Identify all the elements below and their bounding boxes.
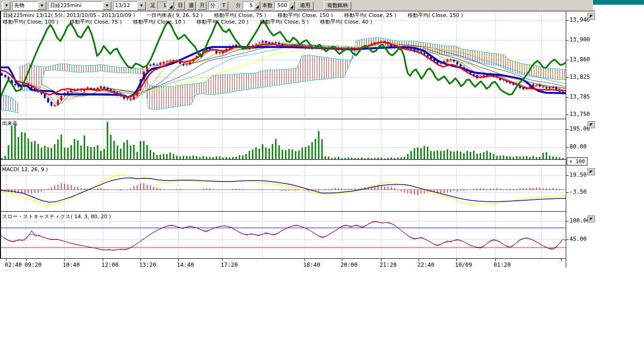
category-dropdown[interactable]: 先物 ▼: [12, 1, 46, 10]
spin-icon[interactable]: [254, 1, 260, 10]
price-axis-label: 13,900: [570, 36, 590, 43]
minute-value[interactable]: 5: [243, 1, 254, 10]
macd-axis-label: -3.50: [570, 189, 586, 195]
bar-interval-spinner[interactable]: 1: [157, 1, 174, 10]
chevron-down-icon[interactable]: ▼: [137, 1, 146, 10]
time-axis-label: 13:20: [139, 262, 156, 268]
period-day-button[interactable]: 日: [176, 1, 185, 10]
volume-axis-label: 195.00: [570, 125, 590, 132]
volume-pane-title: 出来高: [2, 120, 17, 127]
time-axis-label: 12:00: [101, 262, 118, 268]
time-axis-label: 10:40: [63, 262, 80, 268]
minute-spinner[interactable]: 5: [243, 1, 260, 10]
price-axis-label: 13,940: [570, 16, 590, 23]
contract-month-dropdown[interactable]: 13/12 ▼: [113, 1, 146, 10]
time-axis-label: 10/09: [455, 262, 472, 268]
pane-scroll-button[interactable]: ◤: [587, 13, 595, 20]
chevron-down-icon[interactable]: ▼: [38, 1, 46, 10]
stoch-axis-label: 100.00: [570, 217, 590, 224]
price-axis-label: 13,785: [570, 93, 590, 100]
symbol-dropdown[interactable]: 日経225mini ▼: [48, 1, 111, 10]
time-axis-label: 09:20: [25, 262, 41, 268]
spin-icon[interactable]: [289, 1, 295, 10]
category-value: 先物: [12, 1, 38, 10]
multi-symbol-button[interactable]: 複数銘柄: [324, 1, 351, 10]
bar-interval-value[interactable]: 1: [157, 1, 168, 10]
pane-scroll-button[interactable]: ◤: [587, 168, 595, 175]
pane-scroll-button[interactable]: ◤: [587, 215, 595, 222]
volume-multiplier-badge: × 100: [567, 157, 587, 165]
time-axis-label: 17:20: [221, 262, 238, 268]
time-axis-label: 18:40: [303, 262, 320, 268]
price-axis-label: 13,750: [570, 111, 590, 117]
stoch-axis-label: 45.00: [570, 236, 586, 242]
bar-count-label: 本数: [262, 2, 272, 9]
period-minute-button[interactable]: 分: [208, 1, 217, 10]
bar-count-value[interactable]: 500: [274, 1, 289, 10]
spin-icon[interactable]: [168, 1, 174, 10]
pane-scroll-button[interactable]: ◤: [587, 121, 595, 128]
macd-axis-label: 19.50: [570, 172, 586, 178]
chart-application-window: ▼ 先物 ▼ 日経225mini ▼ 13/12 ▼ 足 1 日 週 月 分 T…: [0, 0, 644, 362]
volume-axis-label: 80.00: [570, 143, 586, 150]
time-axis-label: 21:20: [380, 262, 396, 268]
contract-value: 13/12: [113, 1, 137, 10]
price-axis-label: 13,825: [570, 74, 590, 80]
time-axis-label: 14:40: [177, 262, 194, 268]
chevron-down-icon[interactable]: ▼: [103, 1, 111, 10]
time-axis-label: 22:40: [417, 262, 434, 268]
mini-dropdown[interactable]: ▼: [1, 1, 10, 10]
chevron-down-icon[interactable]: ▼: [3, 1, 10, 10]
minute-label: 分: [236, 2, 241, 9]
time-axis-label: 20:00: [340, 262, 357, 268]
time-axis-label: 02:40: [5, 262, 22, 268]
price-axis-label: 13,860: [570, 56, 590, 63]
bar-count-spinner[interactable]: 500: [274, 1, 295, 10]
symbol-value: 日経225mini: [48, 1, 103, 10]
toolbar: ▼ 先物 ▼ 日経225mini ▼ 13/12 ▼ 足 1 日 週 月 分 T…: [0, 0, 593, 11]
apply-button[interactable]: 適用: [297, 1, 314, 10]
time-axis-label: 01:20: [494, 262, 511, 268]
period-month-button[interactable]: 月: [198, 1, 206, 10]
stochastics-pane-title: スロー・ストキャスティクス( 14, 3, 80, 20 ): [2, 213, 111, 220]
period-tick-button[interactable]: T: [219, 1, 228, 10]
chart-canvas[interactable]: [0, 0, 644, 362]
bar-type-label: 足: [150, 2, 156, 9]
period-week-button[interactable]: 週: [187, 1, 196, 10]
macd-pane-title: MACD( 12, 26, 9 ): [2, 166, 48, 173]
